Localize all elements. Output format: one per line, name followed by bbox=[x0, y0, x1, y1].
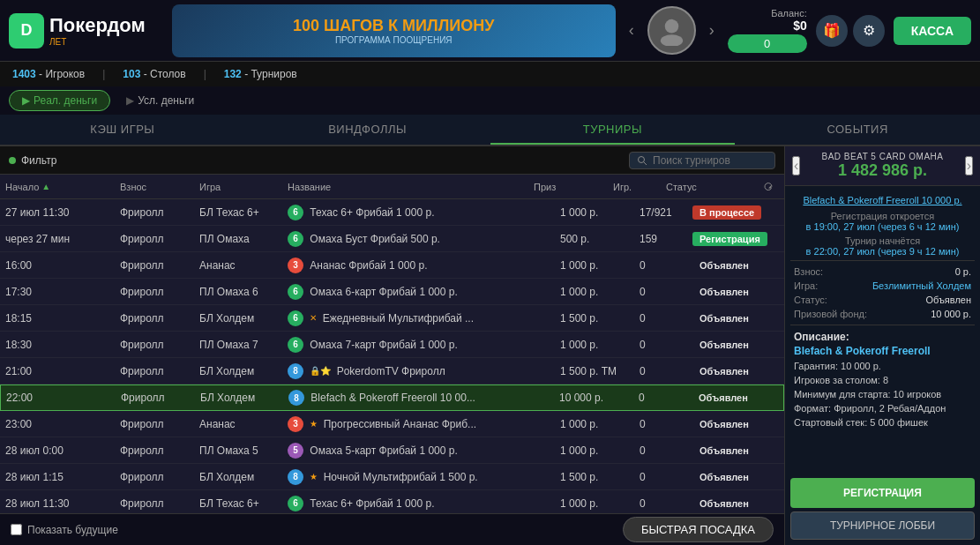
row-game: Ананас bbox=[194, 418, 282, 430]
table-row[interactable]: 28 июл 11:30 Фриролл БЛ Техас 6+ 6 Техас… bbox=[0, 490, 784, 513]
desc-items: Гарантия: 10 000 р.Игроков за столом: 8М… bbox=[790, 359, 975, 429]
row-game: БЛ Техас 6+ bbox=[194, 206, 282, 219]
row-players: 0 bbox=[634, 339, 687, 351]
tournament-detail-link[interactable]: Blefach & Pokeroff Freeroll 10 000 р. bbox=[790, 195, 975, 205]
row-start: 23:00 bbox=[0, 418, 115, 430]
row-name: 6 Омаха 6-карт Фрибай 1 000 р. bbox=[282, 284, 555, 300]
table-row[interactable]: 18:15 Фриролл БЛ Холдем 6 ✕ Ежедневный М… bbox=[0, 305, 784, 332]
table-row[interactable]: 28 июл 1:15 Фриролл БЛ Холдем 8 ★ Ночной… bbox=[0, 464, 784, 490]
search-box[interactable] bbox=[629, 152, 775, 169]
show-future-checkbox[interactable] bbox=[11, 524, 22, 535]
real-money-tab[interactable]: ▶ Реал. деньги bbox=[9, 90, 110, 111]
row-buyin: Фриролл bbox=[115, 497, 194, 510]
row-prize: 1 000 р. bbox=[555, 444, 634, 457]
row-status: Объявлен bbox=[687, 444, 784, 457]
row-name: 6 Техас 6+ Фрибай 1 000 р. bbox=[282, 496, 555, 511]
show-future-label[interactable]: Показать будущие bbox=[11, 524, 118, 536]
right-panel: ‹ BAD BEAT 5 CARD OMAHA 1 482 986 р. › B… bbox=[784, 146, 980, 545]
row-status: В процессе bbox=[687, 206, 784, 219]
row-start: 18:15 bbox=[0, 312, 115, 325]
row-status: Объявлен bbox=[686, 392, 783, 404]
tournament-table: Начало ▲ Взнос Игра Название Приз Игр. С… bbox=[0, 175, 784, 513]
header-refresh[interactable] bbox=[758, 182, 784, 192]
svg-point-0 bbox=[664, 19, 678, 34]
nav-tournaments[interactable]: ТУРНИРЫ bbox=[490, 115, 736, 145]
row-prize: 1 000 р. bbox=[555, 497, 634, 510]
table-row[interactable]: через 27 мин Фриролл ПЛ Омаха 6 Омаха Бу… bbox=[0, 226, 784, 252]
right-next-button[interactable]: › bbox=[965, 156, 973, 175]
table-row[interactable]: 22:00 Фриролл БЛ Холдем 8 Blefach & Poke… bbox=[0, 384, 784, 411]
svg-line-3 bbox=[644, 161, 647, 165]
row-status: Объявлен bbox=[687, 286, 784, 298]
row-name: 8 Blefach & Pokeroff Freeroll 10 00... bbox=[283, 390, 554, 406]
next-avatar-button[interactable]: › bbox=[705, 21, 719, 40]
detail-game: Игра: Безлимитный Холдем bbox=[790, 279, 975, 293]
nav-cash-games[interactable]: КЭШ ИГРЫ bbox=[0, 115, 245, 145]
row-prize: 1 500 р. ТМ bbox=[555, 365, 634, 377]
table-row[interactable]: 21:00 Фриролл БЛ Холдем 8 🔒⭐ PokerdomTV … bbox=[0, 358, 784, 384]
desc-item: Игроков за столом: 8 bbox=[790, 373, 975, 387]
table-header: Начало ▲ Взнос Игра Название Приз Игр. С… bbox=[0, 175, 784, 199]
logo: D Покердом ЛЕТ bbox=[9, 13, 146, 49]
nav-events[interactable]: СОБЫТИЯ bbox=[735, 115, 980, 145]
row-name: 6 Омаха Буст Фрибай 500 р. bbox=[282, 231, 555, 247]
tournament-lobby-button[interactable]: ТУРНИРНОЕ ЛОББИ bbox=[790, 511, 975, 540]
search-input[interactable] bbox=[653, 154, 767, 167]
prev-avatar-button[interactable]: ‹ bbox=[625, 21, 639, 40]
header-players: Игр. bbox=[608, 182, 661, 192]
svg-point-2 bbox=[639, 156, 645, 162]
row-status: Объявлен bbox=[687, 418, 784, 430]
table-row[interactable]: 16:00 Фриролл Ананас 3 Ананас Фрибай 1 0… bbox=[0, 252, 784, 279]
row-players: 0 bbox=[634, 497, 687, 510]
header: D Покердом ЛЕТ 100 ШАГОВ К МИЛЛИОНУ ПРОГ… bbox=[0, 0, 980, 62]
row-name: 8 ★ Ночной Мультифрибай 1 500 р. bbox=[282, 469, 555, 485]
table-row[interactable]: 23:00 Фриролл Ананас 3 ★ Прогрессивный А… bbox=[0, 411, 784, 437]
row-prize: 1 000 р. bbox=[555, 339, 634, 351]
table-row[interactable]: 28 июл 0:00 Фриролл ПЛ Омаха 5 5 Омаха 5… bbox=[0, 437, 784, 464]
virtual-money-tab[interactable]: ▶ Усл. деньги bbox=[114, 91, 206, 110]
banner-content: 100 ШАГОВ К МИЛЛИОНУ ПРОГРАММА ПООЩРЕНИЯ bbox=[293, 17, 494, 45]
settings-icon[interactable]: ⚙ bbox=[853, 15, 885, 47]
row-players: 0 bbox=[634, 259, 687, 272]
row-status: Объявлен bbox=[687, 497, 784, 510]
tournament-desc-name[interactable]: Blefach & Pokeroff Freeroll bbox=[794, 345, 971, 357]
row-prize: 1 000 р. bbox=[555, 286, 634, 298]
main-nav: КЭШ ИГРЫ ВИНДФОЛЛЫ ТУРНИРЫ СОБЫТИЯ bbox=[0, 115, 980, 146]
row-buyin: Фриролл bbox=[115, 206, 194, 219]
row-players: 0 bbox=[633, 392, 686, 404]
content-area: Фильтр Начало ▲ Взнос Игра Название П bbox=[0, 146, 980, 545]
logo-icon: D bbox=[9, 13, 44, 49]
row-game: ПЛ Омаха 6 bbox=[194, 286, 282, 298]
row-name: 6 Омаха 7-карт Фрибай 1 000 р. bbox=[282, 337, 555, 353]
row-prize: 10 000 р. bbox=[554, 392, 633, 404]
row-buyin: Фриролл bbox=[115, 339, 194, 351]
row-status: Регистрация bbox=[687, 233, 784, 245]
row-start: 28 июл 1:15 bbox=[0, 471, 115, 483]
row-players: 0 bbox=[634, 444, 687, 457]
row-game: БЛ Холдем bbox=[195, 392, 283, 404]
table-row[interactable]: 27 июл 11:30 Фриролл БЛ Техас 6+ 6 Техас… bbox=[0, 199, 784, 226]
row-status: Объявлен bbox=[687, 365, 784, 377]
detail-status: Статус: Объявлен bbox=[790, 293, 975, 307]
quick-seat-button[interactable]: БЫСТРАЯ ПОСАДКА bbox=[623, 517, 774, 542]
row-start: 16:00 bbox=[0, 259, 115, 272]
balance-area: Баланс: $0 0 bbox=[728, 8, 807, 53]
table-row[interactable]: 18:30 Фриролл ПЛ Омаха 7 6 Омаха 7-карт … bbox=[0, 332, 784, 358]
desc-item: Минимум для старта: 10 игроков bbox=[790, 387, 975, 401]
row-prize: 1 000 р. bbox=[555, 206, 634, 219]
right-prev-button[interactable]: ‹ bbox=[792, 156, 800, 175]
table-row[interactable]: 17:30 Фриролл ПЛ Омаха 6 6 Омаха 6-карт … bbox=[0, 279, 784, 305]
nav-windfalls[interactable]: ВИНДФОЛЛЫ bbox=[245, 115, 490, 145]
row-players: 0 bbox=[634, 418, 687, 430]
row-players: 0 bbox=[634, 312, 687, 325]
stats-players: 1403 - Игроков bbox=[12, 68, 85, 80]
row-game: ПЛ Омаха 7 bbox=[194, 339, 282, 351]
kassa-button[interactable]: КАССА bbox=[894, 17, 971, 45]
right-actions: РЕГИСТРАЦИЯ ТУРНИРНОЕ ЛОББИ bbox=[785, 473, 980, 545]
header-start: Начало ▲ bbox=[0, 182, 115, 192]
gift-icon[interactable]: 🎁 bbox=[816, 15, 848, 47]
row-game: БЛ Холдем bbox=[194, 365, 282, 377]
register-button[interactable]: РЕГИСТРАЦИЯ bbox=[790, 478, 975, 508]
online-indicator bbox=[9, 157, 16, 164]
row-players: 159 bbox=[634, 233, 687, 245]
